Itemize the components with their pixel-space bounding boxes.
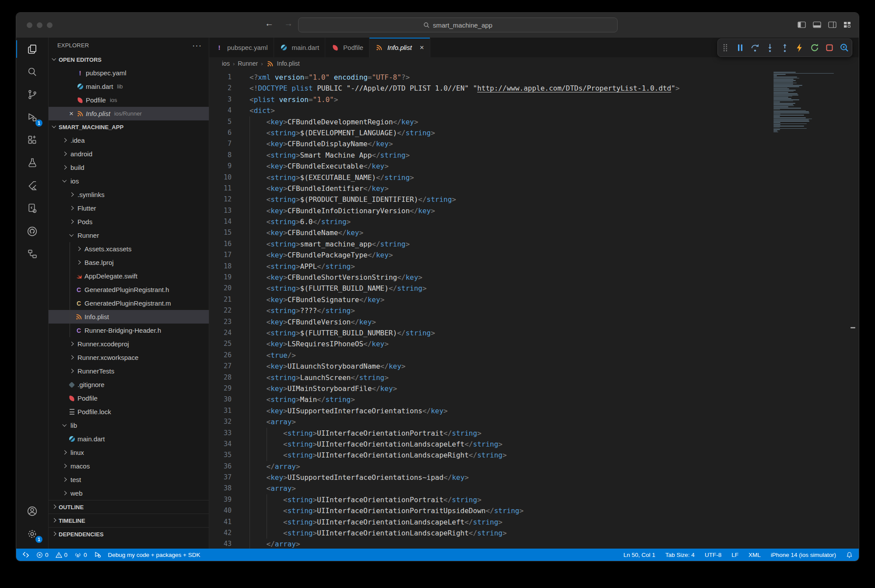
status-broadcast[interactable]: 0 <box>74 551 87 558</box>
tree-item-main-dart[interactable]: main.dart <box>49 432 209 446</box>
tree-item-generatedpluginregistrant-m[interactable]: CGeneratedPluginRegistrant.m <box>49 296 209 310</box>
more-actions-icon[interactable]: ··· <box>192 43 202 48</box>
scrollbar-mark[interactable] <box>850 327 855 328</box>
tree-item-runner[interactable]: Runner <box>49 229 209 242</box>
tree-item-runner-bridging-header-h[interactable]: CRunner-Bridging-Header.h <box>49 324 209 337</box>
activity-github[interactable] <box>16 220 48 243</box>
activity-run-and-debug[interactable]: 1 <box>16 106 48 129</box>
breadcrumb-item[interactable]: ios <box>222 60 230 67</box>
open-editor-item[interactable]: !pubspec.yaml <box>49 66 209 80</box>
layout-sidebar-left-icon[interactable] <box>798 21 806 28</box>
code-line: 37<key>UISupportedInterfaceOrientations~… <box>209 472 859 483</box>
step-over-icon[interactable] <box>750 42 761 53</box>
tab-pubspec-yaml[interactable]: !pubspec.yaml <box>209 38 274 57</box>
tree-item-runnertests[interactable]: RunnerTests <box>49 364 209 378</box>
status-tab-size-4[interactable]: Tab Size: 4 <box>665 552 695 558</box>
layout-sidebar-right-icon[interactable] <box>828 21 836 28</box>
tree-item-test[interactable]: test <box>49 473 209 486</box>
activity-flutter[interactable] <box>16 174 48 197</box>
status-error[interactable]: 0 <box>36 552 49 558</box>
back-arrow-icon[interactable]: ← <box>265 18 274 28</box>
tree-item--gitignore[interactable]: .gitignore <box>49 378 209 391</box>
breadcrumb-item[interactable]: Info.plist <box>266 60 300 67</box>
tree-item-pods[interactable]: Pods <box>49 215 209 229</box>
status-xml[interactable]: XML <box>748 552 761 558</box>
hot-reload-icon[interactable] <box>794 42 805 53</box>
tree-item-podfile[interactable]: Podfile <box>49 391 209 405</box>
activity-source-control[interactable] <box>16 83 48 106</box>
tab-info-plist[interactable]: Info.plist× <box>369 38 430 57</box>
status-bell[interactable] <box>846 552 853 558</box>
step-into-icon[interactable] <box>765 42 776 53</box>
file-tree: .ideaandroidbuildios.symlinksFlutterPods… <box>49 134 209 500</box>
restart-icon[interactable] <box>809 42 820 53</box>
tree-item-base-lproj[interactable]: Base.lproj <box>49 256 209 269</box>
tree-item-macos[interactable]: macos <box>49 459 209 473</box>
activity-search[interactable] <box>16 60 48 83</box>
open-editor-item[interactable]: main.dartlib <box>49 80 209 93</box>
gitignore-icon <box>67 381 76 389</box>
error-icon <box>36 552 43 558</box>
tree-item-assets-xcassets[interactable]: Assets.xcassets <box>49 242 209 256</box>
minimize-window-icon[interactable] <box>37 22 42 28</box>
layout-customize-icon[interactable] <box>843 21 851 28</box>
stop-icon[interactable] <box>824 42 835 53</box>
status-iphone-14-ios-simulator-[interactable]: iPhone 14 (ios simulator) <box>771 552 836 558</box>
code-editor[interactable]: 1<?xml version="1.0" encoding="UTF-8"?>2… <box>209 70 859 549</box>
section-project-root[interactable]: SMART_MACHINE_APP <box>49 120 209 134</box>
status-utf-8[interactable]: UTF-8 <box>705 552 721 558</box>
command-center-search[interactable]: smart_machine_app <box>298 18 618 32</box>
tree-item-podfile-lock[interactable]: Podfile.lock <box>49 405 209 419</box>
tree-item-label: Podfile.lock <box>77 408 111 415</box>
status-debug-my-code-packages-sdk[interactable]: Debug my code + packages + SDK <box>108 552 200 558</box>
close-tab-icon[interactable]: × <box>420 43 424 52</box>
activity-testing[interactable] <box>16 151 48 174</box>
status-debug-run[interactable] <box>94 551 101 558</box>
tree-item-appdelegate-swift[interactable]: AppDelegate.swift <box>49 269 209 283</box>
status-ln-50-col-1[interactable]: Ln 50, Col 1 <box>623 552 655 558</box>
close-window-icon[interactable] <box>27 22 32 28</box>
code-line: 33<string>UIInterfaceOrientationPortrait… <box>209 428 859 439</box>
tab-podfile[interactable]: Podfile <box>325 38 369 57</box>
close-editor-icon[interactable]: × <box>67 109 76 118</box>
section-dependencies[interactable]: DEPENDENCIES <box>49 527 209 541</box>
forward-arrow-icon[interactable]: → <box>284 18 293 28</box>
zoom-window-icon[interactable] <box>47 22 53 28</box>
status-warning[interactable]: 0 <box>56 552 68 558</box>
tree-item-info-plist[interactable]: Info.plist <box>49 310 209 324</box>
minimap[interactable] <box>773 72 837 133</box>
tree-item-ios[interactable]: ios <box>49 174 209 188</box>
tree-item-flutter[interactable]: Flutter <box>49 201 209 215</box>
pause-icon[interactable] <box>735 42 746 53</box>
widget-inspector-icon[interactable] <box>839 42 850 53</box>
open-editor-item[interactable]: ×Info.plistios/Runner <box>49 107 209 120</box>
step-out-icon[interactable] <box>780 42 791 53</box>
layout-panel-bottom-icon[interactable] <box>813 21 821 28</box>
tree-item-android[interactable]: android <box>49 147 209 161</box>
breadcrumb-item[interactable]: Runner <box>238 60 258 67</box>
tree-item-lib[interactable]: lib <box>49 419 209 432</box>
tree-item-build[interactable]: build <box>49 161 209 174</box>
section-open-editors[interactable]: OPEN EDITORS <box>49 53 209 66</box>
status-remote[interactable] <box>22 551 29 558</box>
tree-item-runner-xcworkspace[interactable]: Runner.xcworkspace <box>49 351 209 364</box>
activity-explorer[interactable] <box>16 38 48 60</box>
tab-main-dart[interactable]: main.dart <box>274 38 326 57</box>
tree-item-web[interactable]: web <box>49 486 209 500</box>
activity-devtools[interactable] <box>16 197 48 220</box>
tree-item--idea[interactable]: .idea <box>49 134 209 147</box>
activity-settings[interactable]: 1 <box>16 522 48 545</box>
tree-item-generatedpluginregistrant-h[interactable]: CGeneratedPluginRegistrant.h <box>49 283 209 296</box>
activity-extensions[interactable] <box>16 129 48 151</box>
section-timeline[interactable]: TIMELINE <box>49 514 209 527</box>
open-editor-item[interactable]: Podfileios <box>49 93 209 107</box>
tree-item-linux[interactable]: linux <box>49 446 209 459</box>
status-lf[interactable]: LF <box>731 552 738 558</box>
tree-item--symlinks[interactable]: .symlinks <box>49 188 209 201</box>
activity-connections[interactable] <box>16 243 48 265</box>
activity-account[interactable] <box>16 500 48 522</box>
section-outline[interactable]: OUTLINE <box>49 500 209 514</box>
editor-group: !pubspec.yamlmain.dartPodfileInfo.plist×… <box>209 38 859 549</box>
tree-item-runner-xcodeproj[interactable]: Runner.xcodeproj <box>49 337 209 351</box>
gripper-icon[interactable] <box>720 42 731 53</box>
